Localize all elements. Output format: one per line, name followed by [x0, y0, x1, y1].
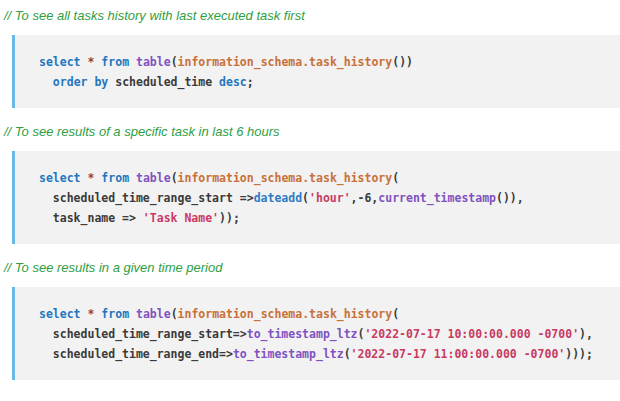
- code-token: table: [136, 55, 171, 69]
- code-token: to_timestamp_ltz: [233, 347, 344, 361]
- code-token: scheduled_time_range_start =>: [39, 191, 254, 205]
- code-token: scheduled_time: [108, 75, 219, 89]
- code-token: from: [101, 307, 129, 321]
- code-token: '2022-07-17 11:00:00.000 -0700': [351, 347, 566, 361]
- sql-tutorial-page: // To see all tasks history with last ex…: [0, 8, 620, 380]
- code-token: information_schema.task_history: [178, 307, 393, 321]
- section-comment: // To see all tasks history with last ex…: [4, 8, 620, 24]
- code-token: task_name =>: [39, 211, 143, 225]
- code-token: scheduled_time_range_end=>: [39, 347, 233, 361]
- code-line: select * from table(information_schema.t…: [39, 304, 614, 324]
- sql-code-block: select * from table(information_schema.t…: [12, 151, 620, 244]
- code-token: ()),: [496, 191, 524, 205]
- code-token: (: [171, 307, 178, 321]
- code-token: )));: [565, 347, 593, 361]
- code-token: by: [94, 75, 108, 89]
- code-token: 'Task Name': [143, 211, 219, 225]
- code-line: scheduled_time_range_start =>dateadd('ho…: [39, 188, 614, 208]
- section-comment: // To see results of a specific task in …: [4, 124, 620, 140]
- code-token: table: [136, 171, 171, 185]
- code-token: information_schema.task_history: [178, 171, 393, 185]
- code-token: scheduled_time_range_start=>: [39, 327, 247, 341]
- code-token: select: [39, 307, 81, 321]
- code-token: (: [392, 171, 399, 185]
- code-token: dateadd: [254, 191, 302, 205]
- code-section-2: // To see results of a specific task in …: [0, 124, 620, 244]
- code-token: (: [171, 55, 178, 69]
- section-comment: // To see results in a given time period: [4, 260, 620, 276]
- code-token: 'hour': [309, 191, 351, 205]
- code-token: [39, 75, 53, 89]
- code-token: from: [101, 55, 129, 69]
- code-token: [129, 307, 136, 321]
- code-line: scheduled_time_range_start=>to_timestamp…: [39, 324, 614, 344]
- sql-code-block: select * from table(information_schema.t…: [12, 287, 620, 380]
- code-line: order by scheduled_time desc;: [39, 72, 614, 92]
- code-token: order: [53, 75, 88, 89]
- code-line: select * from table(information_schema.t…: [39, 168, 614, 188]
- code-section-1: // To see all tasks history with last ex…: [0, 8, 620, 108]
- code-token: (: [302, 191, 309, 205]
- code-line: scheduled_time_range_end=>to_timestamp_l…: [39, 344, 614, 364]
- code-token: (: [392, 307, 399, 321]
- code-token: from: [101, 171, 129, 185]
- code-token: desc: [219, 75, 247, 89]
- sql-code-block: select * from table(information_schema.t…: [12, 35, 620, 108]
- code-line: task_name => 'Task Name'));: [39, 208, 614, 228]
- code-token: table: [136, 307, 171, 321]
- code-token: select: [39, 55, 81, 69]
- code-token: '2022-07-17 10:00:00.000 -0700': [364, 327, 579, 341]
- code-token: information_schema.task_history: [178, 55, 393, 69]
- code-token: (: [344, 347, 351, 361]
- code-token: ()): [392, 55, 413, 69]
- code-token: [129, 55, 136, 69]
- code-token: select: [39, 171, 81, 185]
- code-line: select * from table(information_schema.t…: [39, 52, 614, 72]
- code-token: current_timestamp: [378, 191, 496, 205]
- code-token: ;: [247, 75, 254, 89]
- code-token: ));: [219, 211, 240, 225]
- code-section-3: // To see results in a given time period…: [0, 260, 620, 380]
- code-token: (: [171, 171, 178, 185]
- code-token: ,-6,: [351, 191, 379, 205]
- code-token: ),: [579, 327, 593, 341]
- code-token: to_timestamp_ltz: [247, 327, 358, 341]
- code-token: [129, 171, 136, 185]
